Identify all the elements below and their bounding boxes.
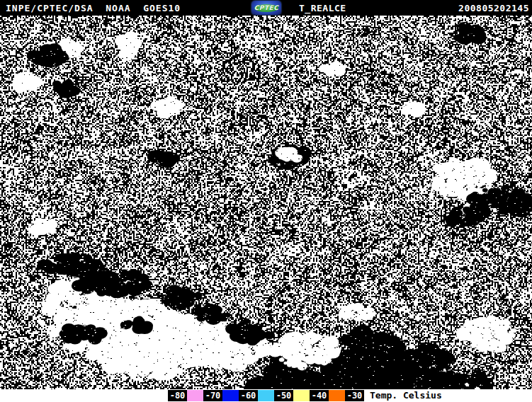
timestamp-label: 200805202145 [458,3,529,13]
legend-title: Temp. Celsius [370,390,442,401]
legend-label-minus-30: -30 [345,390,364,401]
satellite-image [0,16,532,389]
legend-swatch-cyan [258,390,274,401]
legend-label-minus-40: -40 [310,390,329,401]
legend-label-minus-80: -80 [168,390,187,401]
header-bar: INPE/CPTEC/DSA NOAA GOES10 CPTEC T_REALC… [0,0,532,16]
data-source-label: INPE/CPTEC/DSA NOAA GOES10 [6,3,181,13]
legend-swatch-orange [329,390,345,401]
legend-swatch-blue [222,390,239,401]
legend-strip: -80 -70 -60 -50 -40 -30 Temp. Celsius [0,389,532,402]
temperature-scale: -80 -70 -60 -50 -40 -30 Temp. Celsius [168,390,442,401]
cptec-logo-text: CPTEC [254,4,279,11]
legend-swatch-yellow [293,390,310,401]
legend-swatch-pink [187,390,203,401]
product-name-label: T_REALCE [299,3,346,13]
legend-label-minus-60: -60 [239,390,258,401]
cptec-logo: CPTEC [251,1,281,15]
legend-label-minus-50: -50 [274,390,293,401]
legend-label-minus-70: -70 [203,390,222,401]
